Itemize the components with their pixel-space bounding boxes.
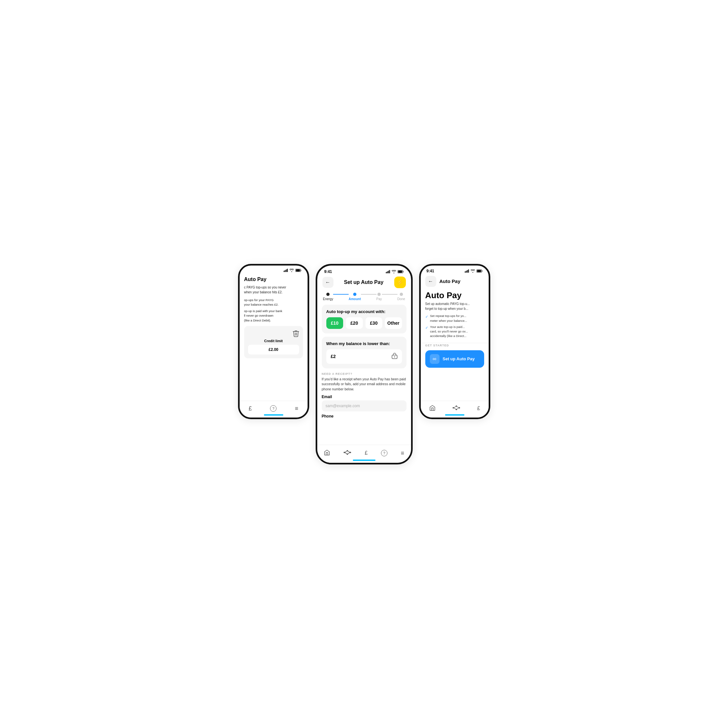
right-bullet-2-text: Your auto top-up is paid...card, so you'… [430, 325, 468, 339]
svg-point-14 [344, 452, 345, 453]
center-nav-pound-icon[interactable]: £ [365, 450, 368, 456]
right-phone: 9:41 [419, 264, 490, 419]
right-signal-icon [465, 269, 469, 273]
svg-rect-2 [286, 269, 287, 272]
right-back-arrow-icon: ← [428, 278, 433, 284]
credit-limit-label: Credit limit [248, 339, 299, 343]
step-dot-amount [353, 293, 356, 296]
amount-btn-other[interactable]: Other [385, 317, 402, 329]
left-desc-text: c PAYG top-ups so you never when your ba… [244, 285, 303, 295]
svg-rect-22 [465, 271, 466, 273]
center-status-icons [386, 270, 404, 273]
left-bottom-nav: £ ? ≡ [240, 401, 307, 418]
right-status-icons [465, 269, 483, 273]
amount-btn-30[interactable]: £30 [366, 317, 382, 329]
right-bullet-1: ✓ Set repeat top-ups for yo...meter when… [425, 314, 484, 323]
center-main: Auto top-up my account with: £10 £20 £30… [317, 303, 411, 424]
svg-line-35 [457, 408, 459, 409]
right-back-button[interactable]: ← [425, 276, 436, 287]
phone-label: Phone [322, 414, 407, 419]
amount-btn-10[interactable]: £10 [326, 317, 343, 329]
svg-rect-24 [467, 270, 468, 273]
step-line-1 [333, 294, 349, 295]
svg-point-13 [394, 356, 395, 357]
nav-icon-pound[interactable]: £ [249, 405, 252, 412]
svg-rect-25 [468, 269, 469, 273]
nav-icon-menu[interactable]: ≡ [295, 405, 298, 412]
right-status-bar: 9:41 [421, 266, 489, 275]
svg-point-17 [350, 452, 351, 453]
back-arrow-icon: ← [325, 280, 330, 285]
left-phone: Auto Pay c PAYG top-ups so you never whe… [238, 264, 309, 419]
balance-title: When my balance is lower than: [326, 341, 402, 346]
top-up-title: Auto top-up my account with: [326, 309, 402, 314]
center-wifi-icon [392, 270, 396, 273]
step-dot-done [400, 293, 403, 296]
three-phones-scene: Auto Pay c PAYG top-ups so you never whe… [225, 251, 503, 477]
lightning-button[interactable]: ⚡ [394, 277, 406, 288]
center-phone: 9:41 [316, 264, 413, 464]
step-dot-energy [326, 293, 330, 296]
right-header-title: Auto Pay [439, 278, 460, 284]
step-label-energy: Energy [323, 297, 333, 301]
center-nav-menu-icon[interactable]: ≡ [401, 450, 404, 457]
right-page-title: Auto Pay [421, 289, 489, 302]
svg-point-31 [459, 407, 460, 408]
left-nav-bar [264, 414, 283, 416]
setup-auto-pay-button[interactable]: ∞ Set up Auto Pay [425, 350, 484, 368]
right-header: ← Auto Pay [421, 275, 489, 289]
left-bullet2: op-up is paid with your bank ll never go… [244, 309, 303, 323]
signal-icon [284, 269, 288, 272]
email-input[interactable]: sam@example.com [322, 401, 407, 411]
step-pay: Pay [376, 293, 382, 301]
right-nav-nodes-icon[interactable] [453, 405, 460, 412]
center-header: ← Set up Auto Pay ⚡ [317, 275, 411, 291]
center-battery-icon [398, 270, 404, 273]
svg-rect-5 [296, 269, 300, 272]
left-status-icons [284, 269, 302, 272]
svg-rect-8 [388, 271, 389, 273]
nav-icon-help[interactable]: ? [270, 405, 277, 412]
trash-icon[interactable] [248, 330, 299, 337]
svg-line-19 [345, 453, 347, 454]
right-nav-pound-icon[interactable]: £ [477, 405, 480, 411]
step-line-2 [361, 294, 376, 295]
infinity-icon: ∞ [430, 354, 439, 364]
right-bottom-nav: £ [421, 401, 489, 418]
step-dot-pay [378, 293, 381, 296]
balance-card: When my balance is lower than: £2 [322, 336, 407, 369]
center-nav-home-icon[interactable] [324, 449, 330, 457]
check-icon-2: ✓ [425, 325, 428, 330]
right-bullet-2: ✓ Your auto top-up is paid...card, so yo… [425, 325, 484, 339]
svg-line-33 [454, 408, 456, 409]
balance-row: £2 [326, 349, 402, 364]
svg-point-28 [453, 407, 454, 408]
setup-btn-label: Set up Auto Pay [443, 356, 475, 361]
svg-point-29 [456, 405, 457, 407]
center-header-title: Set up Auto Pay [344, 280, 383, 285]
right-nav-bar [445, 414, 464, 416]
balance-value: £2 [331, 354, 336, 359]
get-started-label: GET STARTED [421, 343, 489, 349]
center-nav-help-icon[interactable]: ? [381, 450, 387, 456]
step-label-done: Done [398, 297, 405, 301]
center-status-bar: 9:41 [317, 266, 411, 275]
receipt-desc: If you'd like a receipt when your Auto P… [322, 377, 407, 392]
svg-rect-3 [287, 269, 288, 272]
amount-btn-20[interactable]: £20 [346, 317, 363, 329]
battery-icon [295, 269, 302, 272]
svg-line-18 [345, 451, 347, 453]
right-bullet-1-text: Set repeat top-ups for yo...meter when y… [430, 314, 467, 323]
back-button[interactable]: ← [323, 277, 333, 288]
right-bullet-list: ✓ Set repeat top-ups for yo...meter when… [421, 314, 489, 343]
right-time: 9:41 [427, 269, 434, 273]
svg-rect-27 [477, 270, 481, 272]
check-icon-1: ✓ [425, 314, 428, 320]
svg-rect-6 [386, 272, 387, 273]
svg-rect-1 [284, 270, 286, 272]
svg-point-30 [456, 409, 457, 410]
right-nav-home-icon[interactable] [429, 405, 436, 412]
center-nav-nodes-icon[interactable] [343, 450, 351, 456]
svg-line-34 [457, 407, 459, 408]
wifi-icon [289, 269, 294, 272]
